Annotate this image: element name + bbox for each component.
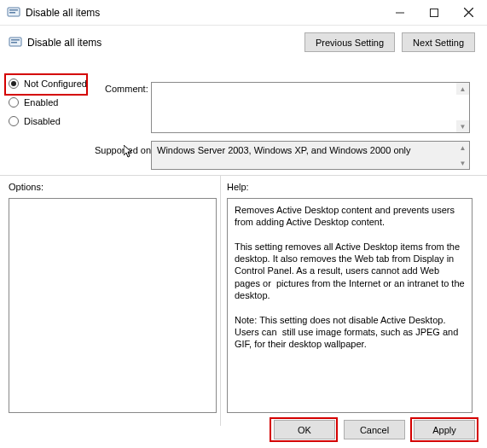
svg-rect-2 [9, 12, 15, 14]
maximize-button[interactable] [417, 1, 451, 25]
svg-rect-1 [9, 9, 18, 11]
svg-rect-3 [431, 9, 438, 16]
options-panel [9, 198, 217, 413]
close-button[interactable] [451, 1, 485, 25]
ok-button[interactable]: OK [274, 420, 335, 439]
options-label: Options: [9, 182, 43, 192]
comment-field[interactable] [151, 82, 470, 133]
supported-scroll-up-icon[interactable]: ▲ [456, 142, 469, 154]
cancel-button[interactable]: Cancel [344, 420, 405, 439]
radio-disabled[interactable]: Disabled [9, 116, 136, 126]
help-panel: Removes Active Desktop content and preve… [227, 198, 473, 413]
radio-label: Enabled [24, 97, 58, 108]
radio-label: Not Configured [24, 79, 87, 89]
help-label: Help: [227, 182, 249, 192]
comment-field-wrap: ▲ ▼ [151, 82, 470, 133]
content-area: Disable all items Previous Setting Next … [0, 26, 487, 448]
svg-rect-6 [11, 42, 17, 44]
supported-on-label: Supported on: [95, 145, 154, 155]
supported-on-field: Windows Server 2003, Windows XP, and Win… [151, 141, 470, 170]
vertical-divider [220, 175, 221, 426]
horizontal-divider [0, 175, 487, 176]
radio-indicator [9, 79, 19, 89]
radio-indicator [9, 97, 19, 108]
window-title: Disable all items [26, 7, 383, 19]
next-setting-button[interactable]: Next Setting [402, 32, 475, 52]
setting-icon [9, 36, 22, 49]
apply-button[interactable]: Apply [414, 420, 475, 439]
setting-name: Disable all items [27, 37, 304, 49]
comment-label: Comment: [105, 84, 148, 94]
window-titlebar: Disable all items [0, 0, 487, 26]
subtitle-row: Disable all items Previous Setting Next … [9, 31, 478, 55]
radio-enabled[interactable]: Enabled [9, 97, 136, 108]
radio-indicator [9, 116, 19, 126]
dialog-button-row: OK Cancel Apply [274, 420, 475, 439]
previous-setting-button[interactable]: Previous Setting [304, 32, 395, 52]
comment-scroll-down-icon[interactable]: ▼ [456, 120, 469, 132]
comment-value [154, 84, 455, 131]
gpo-icon [7, 6, 20, 20]
radio-label: Disabled [24, 116, 61, 126]
comment-scroll-up-icon[interactable]: ▲ [456, 83, 469, 95]
supported-scroll-down-icon[interactable]: ▼ [456, 157, 469, 169]
supported-on-value: Windows Server 2003, Windows XP, and Win… [157, 145, 455, 166]
svg-rect-5 [11, 39, 20, 41]
supported-on-field-wrap: Windows Server 2003, Windows XP, and Win… [151, 141, 470, 170]
minimize-button[interactable] [383, 1, 417, 25]
